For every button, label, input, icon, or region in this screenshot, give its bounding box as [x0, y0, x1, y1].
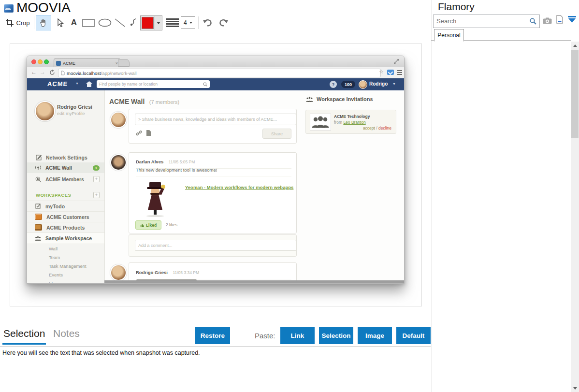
share-button: Share	[262, 129, 291, 139]
sidebar-item-acme-products: ACME Products	[27, 222, 104, 232]
composer-input: > Share business news, knowledge and ide…	[135, 114, 296, 125]
page-title: MOOVIA	[16, 0, 71, 15]
redo-button[interactable]	[217, 15, 230, 30]
freehand-icon	[128, 18, 138, 28]
sub-item-task-management: Task Management	[49, 263, 87, 269]
sidebar-item-acme-customers: ACME Customers	[27, 211, 104, 222]
size-select[interactable]: 4	[181, 16, 195, 29]
search-icon	[203, 82, 207, 87]
comment-input: Add a comment...	[135, 240, 296, 251]
reload-icon	[49, 70, 55, 75]
cursor-icon	[56, 18, 64, 28]
add-workspace-icon: +	[93, 192, 100, 198]
toolbar-separator	[198, 16, 199, 29]
products-icon	[35, 224, 42, 231]
scroll-up-button[interactable]	[571, 42, 579, 49]
thumbs-up-icon	[140, 223, 145, 227]
scroll-down-button[interactable]	[571, 384, 579, 392]
post2-header: Rodrigo Griesi 11/05 3:34 PM	[136, 267, 291, 279]
snapshot-page-icon[interactable]	[556, 15, 563, 24]
tab-personal[interactable]: Personal	[434, 29, 464, 42]
close-traffic-light	[31, 59, 36, 64]
flamory-title: Flamory	[438, 1, 475, 13]
invitation-org: ACME Technology	[334, 114, 370, 119]
rectangle-tool-button[interactable]	[80, 15, 97, 30]
color-swatch	[142, 17, 154, 29]
undo-icon	[203, 18, 213, 27]
color-picker-button[interactable]	[140, 15, 162, 30]
search-box[interactable]	[433, 15, 540, 28]
search-input[interactable]	[434, 15, 531, 27]
post1-author: Darlan Alves	[136, 159, 163, 164]
invitation-from-link: Leo Branton	[343, 120, 365, 125]
ellipse-tool-button[interactable]	[97, 15, 113, 30]
acme-body: Rodrigo Griesi edit myProfile Network Se…	[27, 90, 404, 283]
scrollbar-thumb[interactable]	[571, 50, 579, 138]
paste-label: Paste:	[255, 332, 275, 340]
paste-default-button[interactable]: Default	[396, 327, 431, 344]
snapshot-list: MOOVIA Here you will see the text that w…	[432, 42, 571, 392]
paste-selection-button[interactable]: Selection	[319, 327, 353, 344]
help-icon: ?	[330, 81, 337, 88]
maximize-traffic-light	[44, 59, 49, 64]
invitation-from: from Leo Branton	[334, 120, 366, 125]
sub-item-events: Events	[49, 272, 63, 277]
line-tool-button[interactable]	[113, 15, 127, 30]
share-icon	[387, 70, 394, 75]
undo-button[interactable]	[201, 15, 215, 30]
page-icon	[61, 71, 65, 75]
post1-avatar	[110, 154, 127, 171]
scrollbar[interactable]	[571, 42, 579, 392]
accept-link: accept	[363, 126, 375, 131]
edit-icon	[36, 155, 42, 160]
broadcast-icon	[35, 165, 42, 171]
hand-tool-button[interactable]	[36, 15, 51, 30]
wall-heading: ACME Wall (7 members)	[109, 97, 179, 106]
acme-sidebar: Rodrigo Griesi edit myProfile Network Se…	[27, 90, 105, 283]
crop-icon	[6, 19, 14, 27]
sidebar-item-mytodo: myTodo	[27, 201, 104, 211]
text-tool-button[interactable]: A	[68, 15, 80, 30]
color-dropdown-arrow[interactable]	[155, 16, 162, 30]
paste-image-button[interactable]: Image	[358, 327, 392, 344]
post1-link: Yeoman - Modern workflows for modern web…	[185, 185, 293, 190]
post1-text: This new development tool is awesome!	[136, 167, 217, 173]
text-tool-icon: A	[71, 18, 77, 28]
paste-link-button[interactable]: Link	[280, 327, 315, 344]
attach-file-icon	[146, 130, 151, 136]
captured-screenshot: ACME × ← → moovia.localhost /app/network…	[27, 56, 405, 284]
edit-profile-link: edit myProfile	[57, 111, 85, 116]
sidebar-workspaces-header: WORKSPACES +	[27, 190, 104, 200]
post2-avatar	[110, 264, 127, 281]
crop-button[interactable]: Crop	[4, 15, 32, 30]
sidebar-item-network-settings: Network Settings	[27, 152, 104, 162]
find-people-placeholder: Find people by name or location	[99, 82, 203, 87]
app-icon	[4, 4, 14, 13]
bottom-divider	[0, 346, 431, 347]
freehand-tool-button[interactable]	[127, 15, 139, 30]
find-people-search: Find people by name or location	[97, 80, 210, 88]
group-silhouette-icon	[311, 115, 330, 129]
new-tab-button	[118, 59, 130, 67]
invitation-actions: accept / decline	[363, 126, 391, 131]
select-tool-button[interactable]	[52, 15, 67, 30]
tab-title: ACME	[63, 61, 116, 66]
edit-canvas[interactable]: ACME × ← → moovia.localhost /app/network…	[10, 44, 422, 306]
thickness-icon-button[interactable]	[165, 15, 180, 30]
camera-icon[interactable]	[543, 17, 552, 24]
composer-avatar	[110, 112, 127, 128]
restore-button[interactable]: Restore	[195, 327, 230, 344]
home-icon	[86, 81, 92, 87]
tab-selection[interactable]: Selection	[3, 328, 45, 339]
post1-time: 11/05 5:05 PM	[169, 160, 195, 164]
wall-badge: 1	[93, 165, 100, 171]
tab-notes[interactable]: Notes	[53, 328, 80, 339]
sidebar-item-acme-wall: ACME Wall 1	[27, 162, 104, 173]
profile-name: Rodrigo Griesi	[57, 104, 92, 110]
url-host: moovia.localhost	[67, 71, 101, 76]
sidebar-item-sample-workspace: Sample Workspace	[27, 232, 104, 244]
comment-placeholder: Add a comment...	[138, 243, 173, 248]
search-icon[interactable]	[530, 18, 536, 25]
minimize-traffic-light	[38, 59, 43, 64]
flamory-logo-icon[interactable]	[567, 15, 577, 23]
